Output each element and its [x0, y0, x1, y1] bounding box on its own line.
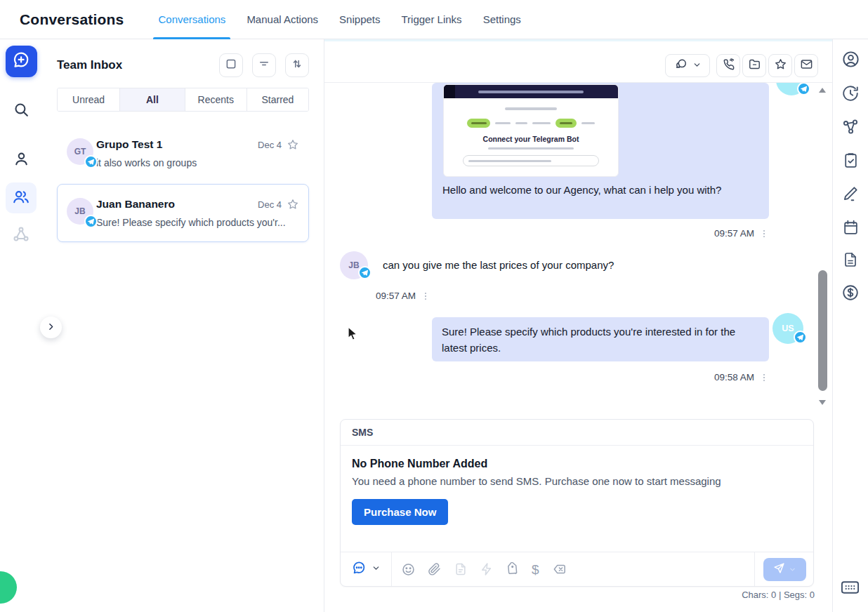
screenshot-title: Connect your Telegram Bot [444, 135, 618, 143]
scrollbar-thumb[interactable] [818, 270, 827, 391]
star-icon [774, 58, 787, 74]
filter-starred[interactable]: Starred [246, 88, 308, 111]
chevron-down-icon [789, 566, 796, 573]
telegram-badge-icon [84, 215, 98, 228]
chevron-down-icon [371, 563, 381, 576]
collapse-panel-button[interactable] [40, 317, 62, 338]
chevron-down-icon [692, 60, 702, 72]
emoji-icon[interactable] [401, 562, 416, 577]
conversations-app: Conversations Conversations Manual Actio… [0, 0, 868, 612]
composer-toolbar: $ [341, 552, 813, 586]
no-phone-title: No Phone Number Added [352, 458, 802, 470]
tab-trigger-links[interactable]: Trigger Links [390, 0, 472, 39]
page-title: Conversations [20, 11, 124, 28]
conversation-name: Grupo Test 1 [96, 138, 162, 151]
tab-snippets[interactable]: Snippets [329, 0, 390, 39]
conversation-preview: Sure! Please specify which products you'… [96, 217, 299, 228]
keyboard-shortcuts-icon[interactable] [841, 580, 860, 598]
people-icon [12, 187, 30, 208]
telegram-setup-screenshot[interactable]: Connect your Telegram Bot [443, 84, 619, 177]
tag-icon[interactable] [506, 562, 520, 576]
send-button[interactable] [763, 558, 806, 581]
folder-minus-icon [748, 58, 761, 74]
search-button[interactable] [6, 95, 37, 126]
filter-unread[interactable]: Unread [58, 88, 119, 111]
automation-button[interactable] [6, 220, 37, 251]
calendar-icon[interactable] [842, 218, 860, 236]
conversation-item-juan-bananero[interactable]: JB Juan Bananero Dec 4 Sure! Please spec… [57, 184, 309, 242]
top-nav: Conversations Conversations Manual Actio… [0, 0, 868, 39]
filter-recents[interactable]: Recents [185, 88, 246, 111]
channel-selector-dropdown[interactable] [341, 560, 391, 578]
sort-arrows-icon [291, 58, 303, 73]
contact-icon[interactable] [841, 50, 860, 69]
avatar-jb: JB [340, 251, 368, 279]
star-icon[interactable] [287, 198, 299, 211]
tab-manual-actions[interactable]: Manual Actions [236, 0, 329, 39]
left-rail [0, 39, 42, 612]
search-icon [13, 101, 30, 121]
automation-nodes-icon [12, 225, 30, 246]
avatar-us: US [772, 313, 803, 344]
message-time: 09:57 AM [376, 291, 416, 301]
conversation-type-dropdown[interactable] [665, 54, 710, 77]
avatar: JB [67, 198, 93, 225]
messages-area: Connect your Telegram Bot Hello and welc… [324, 83, 832, 419]
filter-icon [258, 58, 270, 73]
message-text: Hello and welcome to our Agency, what ca… [442, 181, 759, 199]
new-conversation-button[interactable] [6, 46, 37, 77]
mail-icon [800, 58, 813, 74]
tab-conversations[interactable]: Conversations [147, 0, 236, 39]
archive-button[interactable] [742, 54, 766, 77]
documents-icon[interactable] [842, 251, 859, 268]
star-conversation-button[interactable] [768, 54, 792, 77]
avatar: GT [67, 138, 93, 165]
channel-tab-sms[interactable]: SMS [352, 427, 373, 438]
message-outbound-1: Connect your Telegram Bot Hello and welc… [432, 83, 769, 219]
call-button[interactable] [716, 54, 740, 77]
filter-all[interactable]: All [119, 88, 185, 111]
scroll-up-arrow[interactable] [817, 86, 827, 93]
tasks-icon[interactable] [842, 152, 860, 169]
phone-icon [722, 58, 735, 74]
chevron-right-icon [46, 321, 55, 334]
send-plane-icon [773, 562, 785, 577]
sms-counter: Chars: 0 | Segs: 0 [324, 590, 815, 600]
purchase-now-button[interactable]: Purchase Now [352, 499, 448, 525]
message-menu-icon[interactable] [421, 291, 430, 301]
contacts-button[interactable] [6, 145, 37, 175]
tab-settings[interactable]: Settings [473, 0, 532, 39]
payment-request-icon[interactable]: $ [532, 563, 539, 576]
avatar-us: US [776, 83, 807, 95]
checkbox-icon [225, 58, 237, 73]
activity-history-icon[interactable] [841, 84, 860, 102]
message-menu-icon[interactable] [759, 373, 769, 382]
associations-icon[interactable] [841, 118, 860, 136]
conversation-preview: it also works on groups [96, 157, 299, 168]
payments-icon[interactable] [841, 284, 860, 302]
telegram-badge-icon [84, 155, 98, 168]
sort-button[interactable] [285, 53, 309, 77]
conversation-item-grupo-test-1[interactable]: GT Grupo Test 1 Dec 4 it also works on g… [57, 132, 309, 175]
chat-panel: Connect your Telegram Bot Hello and welc… [324, 39, 832, 612]
scroll-down-arrow[interactable] [817, 399, 827, 406]
right-rail [832, 39, 868, 612]
attachment-icon[interactable] [428, 562, 442, 576]
clear-backspace-icon[interactable] [551, 562, 567, 576]
telegram-badge-icon [797, 83, 810, 95]
team-inbox-button[interactable] [6, 182, 37, 213]
quick-action-icon [480, 562, 494, 576]
message-menu-icon[interactable] [759, 229, 769, 239]
message-time: 09:57 AM [714, 228, 754, 239]
message-outbound-2: Sure! Please specify which products you'… [432, 317, 769, 361]
notes-icon[interactable] [841, 185, 860, 203]
telegram-badge-icon [358, 266, 371, 279]
select-all-button[interactable] [219, 53, 243, 77]
chat-top-strip [324, 39, 832, 41]
conversation-date: Dec 4 [258, 199, 282, 210]
conversation-date: Dec 4 [258, 140, 282, 150]
star-icon[interactable] [287, 138, 299, 151]
email-button[interactable] [794, 54, 818, 77]
filter-button[interactable] [252, 53, 276, 77]
template-icon [454, 562, 468, 576]
